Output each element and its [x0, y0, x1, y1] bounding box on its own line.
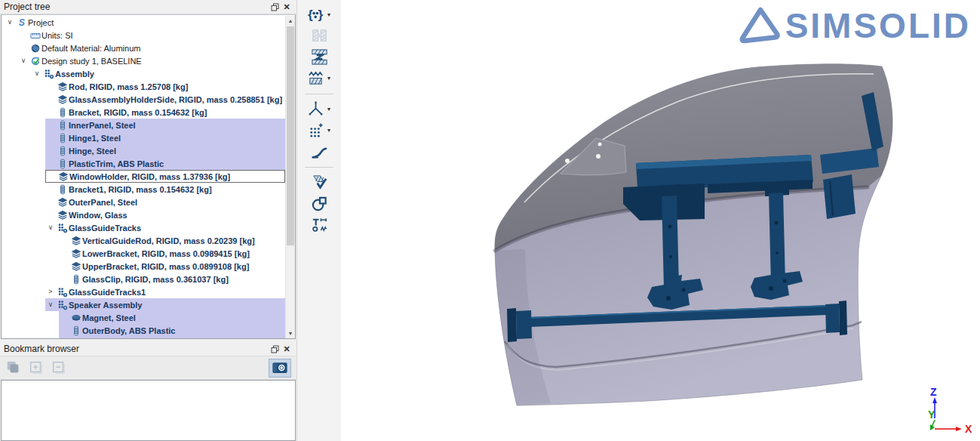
capture-bookmark-icon [272, 359, 288, 376]
sheet-icon [56, 197, 69, 208]
project-tree-title: Project tree [4, 2, 269, 12]
collapse-bookmarks-button [49, 359, 69, 378]
tree-item-label: Design study 1, BASELINE [41, 57, 145, 66]
tree-item[interactable]: Rod, RIGID, mass 1.25708 [kg] [2, 80, 285, 93]
float-panel-icon[interactable] [269, 2, 281, 13]
tree-item-label: GlassAssemblyHolderSide, RIGID, mass 0.2… [69, 95, 285, 104]
toolbar-separator [305, 94, 333, 94]
chevron-down-icon[interactable]: ∨ [32, 67, 42, 80]
collapse-bookmarks-icon [51, 359, 67, 376]
tree-item-label: OuterPanel, Steel [69, 198, 140, 207]
tree-item-label: Speaker Assembly [69, 301, 145, 310]
tree-item[interactable]: OuterPanel, Steel [2, 196, 285, 208]
tree-item[interactable]: ∨Design study 1, BASELINE [2, 54, 285, 67]
sheet-icon [69, 248, 82, 259]
tree-item[interactable]: Bracket1, RIGID, mass 0.154632 [kg] [2, 183, 285, 196]
sheet-icon [56, 82, 69, 92]
float-panel-icon[interactable] [269, 344, 281, 355]
axis-x-label: X [965, 423, 972, 435]
connection-resolution-button[interactable] [302, 193, 336, 214]
scroll-down-icon[interactable]: ▼ [286, 328, 295, 338]
tree-item[interactable]: Hinge1, Steel [2, 131, 285, 144]
assembly-icon [42, 69, 55, 79]
axis-z-label: Z [930, 386, 937, 398]
tree-item[interactable]: Window, Glass [2, 208, 285, 221]
bonded-contact-button[interactable] [302, 47, 336, 67]
tree-item-label: Hinge, Steel [69, 146, 119, 156]
solid-icon [69, 274, 82, 285]
tree-item[interactable]: >GlassGuideTracks1 [2, 285, 285, 298]
scroll-up-icon[interactable]: ▲ [286, 16, 295, 26]
connection-properties-button[interactable] [302, 214, 336, 235]
tree-item[interactable]: ∨GlassGuideTracks [2, 221, 285, 234]
chevron-down-icon[interactable]: ∨ [5, 16, 15, 29]
seam-weld-icon [311, 143, 328, 160]
bookmark-list[interactable] [1, 380, 296, 441]
solid-icon [56, 159, 69, 169]
tree-item[interactable]: LowerBracket, RIGID, mass 0.0989415 [kg] [2, 247, 285, 260]
virtual-connector-button[interactable]: ▼ [302, 68, 336, 88]
connections-toolbar: {}▼▼▼▼ [297, 0, 341, 441]
tree-item-label: WindowHolder, RIGID, mass 1.37936 [kg] [69, 172, 233, 181]
seam-weld-button[interactable] [302, 141, 336, 162]
coordinate-system-button[interactable]: ▼ [302, 99, 336, 119]
tree-item[interactable]: UpperBracket, RIGID, mass 0.0899108 [kg] [2, 260, 285, 273]
tree-item[interactable]: InnerPanel, Steel [2, 119, 285, 131]
svg-text:{: { [307, 7, 312, 22]
bookmark-toolbar [0, 356, 296, 380]
tree-item[interactable]: WindowHolder, RIGID, mass 1.37936 [kg] [2, 170, 285, 183]
tree-item-label: LowerBracket, RIGID, mass 0.0989415 [kg] [82, 249, 253, 258]
left-panel-column: Project tree ✕ ∨SProjectUnits: SIDefault… [0, 0, 297, 441]
close-panel-icon[interactable]: ✕ [281, 344, 293, 355]
tree-item-label: PlasticTrim, ABS Plastic [69, 159, 167, 168]
solid-icon [69, 325, 82, 336]
tree-item[interactable]: Default Material: Aluminum [2, 42, 285, 54]
tree-item[interactable]: PlasticTrim, ABS Plastic [2, 157, 285, 170]
connections-group-button[interactable]: {}▼ [302, 5, 336, 25]
chevron-down-icon[interactable]: ∨ [45, 298, 56, 311]
svg-text:S: S [18, 17, 25, 28]
tree-item[interactable]: Magnet, Steel [2, 311, 285, 324]
tree-item-label: Window, Glass [69, 211, 131, 220]
tree-item[interactable]: GlassClip, RIGID, mass 0.361037 [kg] [2, 273, 285, 285]
dropdown-caret-icon: ▼ [327, 128, 332, 133]
tree-item[interactable]: ∨SProject [2, 16, 285, 29]
chevron-down-icon[interactable]: ∨ [18, 54, 29, 67]
simsolid-app: Project tree ✕ ∨SProjectUnits: SIDefault… [0, 0, 980, 441]
tree-scrollbar[interactable]: ▲ ▼ [285, 16, 295, 338]
door-assembly-model[interactable] [341, 0, 980, 441]
tree-item[interactable]: Bracket, RIGID, mass 0.154632 [kg] [2, 106, 285, 119]
tree-item-label: Assembly [55, 69, 97, 79]
assembly-icon [56, 300, 69, 310]
sheet-icon [56, 210, 69, 220]
tree-item[interactable]: Hinge, Steel [2, 144, 285, 157]
3d-viewport[interactable]: SIMSOLID Z Y X [341, 0, 980, 441]
sheet-icon [69, 261, 82, 272]
close-panel-icon[interactable]: ✕ [281, 2, 293, 13]
chevron-right-icon[interactable]: > [45, 285, 56, 298]
tree-item-label: GlassClip, RIGID, mass 0.361037 [kg] [82, 275, 232, 284]
assembly-icon [56, 223, 69, 233]
tree-item[interactable]: ∨Assembly [2, 67, 285, 80]
tree-item-label: Bracket1, RIGID, mass 0.154632 [kg] [69, 185, 215, 194]
dropdown-caret-icon: ▼ [327, 12, 332, 17]
tree-item[interactable]: VerticalGuideRod, RIGID, mass 0.20239 [k… [2, 234, 285, 247]
assembly-icon [56, 287, 69, 298]
project-tree: ∨SProjectUnits: SIDefault Material: Alum… [1, 14, 296, 339]
sheet-icon [56, 94, 69, 105]
chevron-down-icon[interactable]: ∨ [45, 221, 56, 234]
tree-item[interactable] [2, 337, 285, 338]
bookmark-browser-titlebar: Bookmark browser ✕ [0, 342, 296, 356]
create-points-icon [307, 122, 324, 139]
scroll-thumb[interactable] [287, 26, 294, 245]
simsolid-triangle-icon [739, 6, 781, 45]
tree-item[interactable]: OuterBody, ABS Plastic [2, 324, 285, 337]
capture-bookmark-button[interactable] [269, 359, 291, 378]
tree-item[interactable]: Units: SI [2, 29, 285, 42]
tree-item[interactable]: ∨Speaker Assembly [2, 298, 285, 311]
create-points-button[interactable]: ▼ [302, 120, 336, 140]
axis-y-label: Y [928, 409, 935, 421]
review-connections-icon [311, 174, 328, 191]
tree-item[interactable]: GlassAssemblyHolderSide, RIGID, mass 0.2… [2, 93, 285, 106]
review-connections-button[interactable] [302, 172, 336, 193]
